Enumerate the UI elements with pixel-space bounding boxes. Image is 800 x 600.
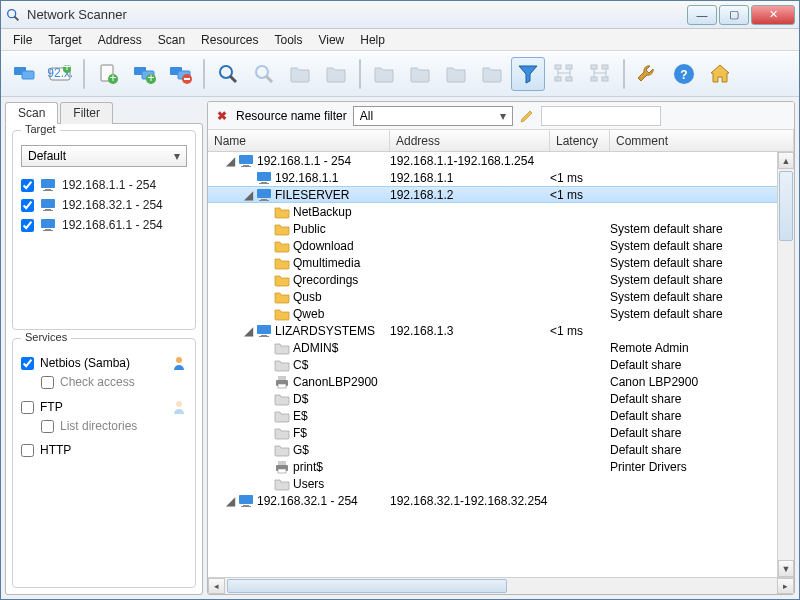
- tree-row[interactable]: NetBackup: [208, 203, 777, 220]
- row-comment: Remote Admin: [610, 341, 777, 355]
- target-range[interactable]: 192.168.1.1 - 254: [21, 175, 187, 195]
- twisty-icon[interactable]: ◢: [225, 154, 235, 168]
- target-range[interactable]: 192.168.32.1 - 254: [21, 195, 187, 215]
- tool-remove-target[interactable]: [163, 57, 197, 91]
- scroll-right-button[interactable]: ▸: [777, 578, 794, 594]
- scroll-down-button[interactable]: ▼: [778, 560, 794, 577]
- menu-view[interactable]: View: [310, 30, 352, 50]
- tree-row[interactable]: Qrecordings System default share: [208, 271, 777, 288]
- gfolder-icon: [274, 425, 290, 441]
- tree-row[interactable]: ADMIN$ Remote Admin: [208, 339, 777, 356]
- service-sub-item[interactable]: Check access: [21, 373, 187, 391]
- service-item[interactable]: FTP: [21, 397, 187, 417]
- service-checkbox[interactable]: [21, 357, 34, 370]
- service-item[interactable]: Netbios (Samba): [21, 353, 187, 373]
- service-checkbox[interactable]: [21, 401, 34, 414]
- tool-settings[interactable]: [631, 57, 665, 91]
- tree-row[interactable]: print$ Printer Drivers: [208, 458, 777, 475]
- scroll-left-button[interactable]: ◂: [208, 578, 225, 594]
- content-area: Scan Filter Target Default 192.168.1.1 -…: [1, 97, 799, 599]
- col-name[interactable]: Name: [208, 130, 390, 151]
- tool-folder-4: [403, 57, 437, 91]
- menu-resources[interactable]: Resources: [193, 30, 266, 50]
- range-checkbox[interactable]: [21, 199, 34, 212]
- col-comment[interactable]: Comment: [610, 130, 794, 151]
- maximize-button[interactable]: ▢: [719, 5, 749, 25]
- scroll-thumb-h[interactable]: [227, 579, 507, 593]
- scroll-up-button[interactable]: ▲: [778, 152, 794, 169]
- tree-row[interactable]: Qweb System default share: [208, 305, 777, 322]
- tool-tree-1: [547, 57, 581, 91]
- tree-row[interactable]: Qmultimedia System default share: [208, 254, 777, 271]
- titlebar[interactable]: Network Scanner — ▢ ✕: [1, 1, 799, 29]
- service-sub-checkbox[interactable]: [41, 376, 54, 389]
- row-address: 192.168.1.1: [390, 171, 550, 185]
- tree-row[interactable]: G$ Default share: [208, 441, 777, 458]
- tree-row[interactable]: CanonLBP2900 Canon LBP2900: [208, 373, 777, 390]
- tool-home[interactable]: [703, 57, 737, 91]
- row-comment: Default share: [610, 426, 777, 440]
- range-checkbox[interactable]: [21, 219, 34, 232]
- tree-row[interactable]: ◢ 192.168.1.1 - 254 192.168.1.1-192.168.…: [208, 152, 777, 169]
- gfolder-icon: [274, 408, 290, 424]
- tool-add-target[interactable]: [127, 57, 161, 91]
- tree-row[interactable]: ◢ 192.168.32.1 - 254 192.168.32.1-192.16…: [208, 492, 777, 509]
- tree-row[interactable]: E$ Default share: [208, 407, 777, 424]
- target-range[interactable]: 192.168.61.1 - 254: [21, 215, 187, 235]
- tree-row[interactable]: 192.168.1.1 192.168.1.1 <1 ms: [208, 169, 777, 186]
- twisty-icon[interactable]: ◢: [243, 188, 253, 202]
- filter-text-input[interactable]: [541, 106, 661, 126]
- row-comment: System default share: [610, 222, 777, 236]
- tool-add-ip[interactable]: [43, 57, 77, 91]
- tree-row[interactable]: D$ Default share: [208, 390, 777, 407]
- folder-icon: [274, 289, 290, 305]
- tool-add-monitors[interactable]: [7, 57, 41, 91]
- menu-scan[interactable]: Scan: [150, 30, 193, 50]
- gfolder-icon: [274, 476, 290, 492]
- tree-row[interactable]: ◢ FILESERVER 192.168.1.2 <1 ms: [208, 186, 777, 203]
- minimize-button[interactable]: —: [687, 5, 717, 25]
- menu-address[interactable]: Address: [90, 30, 150, 50]
- twisty-icon[interactable]: ◢: [243, 324, 253, 338]
- tool-filter[interactable]: [511, 57, 545, 91]
- scrollbar-vertical[interactable]: ▲ ▼: [777, 152, 794, 577]
- tool-scan[interactable]: [211, 57, 245, 91]
- menu-target[interactable]: Target: [40, 30, 89, 50]
- tree-row[interactable]: Public System default share: [208, 220, 777, 237]
- row-name: CanonLBP2900: [293, 375, 378, 389]
- tool-help[interactable]: [667, 57, 701, 91]
- range-checkbox[interactable]: [21, 179, 34, 192]
- service-item[interactable]: HTTP: [21, 441, 187, 459]
- results-grid[interactable]: ◢ 192.168.1.1 - 254 192.168.1.1-192.168.…: [208, 152, 794, 577]
- close-button[interactable]: ✕: [751, 5, 795, 25]
- tree-row[interactable]: Qdownload System default share: [208, 237, 777, 254]
- toolbar-separator: [359, 59, 361, 89]
- gfolder-icon: [274, 357, 290, 373]
- tree-row[interactable]: ◢ LIZARDSYSTEMS 192.168.1.3 <1 ms: [208, 322, 777, 339]
- tree-row[interactable]: C$ Default share: [208, 356, 777, 373]
- row-name: Users: [293, 477, 324, 491]
- menu-file[interactable]: File: [5, 30, 40, 50]
- service-label: FTP: [40, 400, 63, 414]
- service-sub-item[interactable]: List directories: [21, 417, 187, 435]
- target-combo[interactable]: Default: [21, 145, 187, 167]
- tool-new-doc[interactable]: [91, 57, 125, 91]
- service-sub-checkbox[interactable]: [41, 420, 54, 433]
- tree-row[interactable]: Qusb System default share: [208, 288, 777, 305]
- col-latency[interactable]: Latency: [550, 130, 610, 151]
- col-address[interactable]: Address: [390, 130, 550, 151]
- twisty-icon[interactable]: ◢: [225, 494, 235, 508]
- filter-combo[interactable]: All: [353, 106, 513, 126]
- clear-filter-icon[interactable]: ✖: [214, 108, 230, 124]
- menu-tools[interactable]: Tools: [266, 30, 310, 50]
- scrollbar-horizontal[interactable]: ◂ ▸: [208, 577, 794, 594]
- tab-filter[interactable]: Filter: [60, 102, 113, 124]
- scroll-thumb-v[interactable]: [779, 171, 793, 241]
- tree-row[interactable]: Users: [208, 475, 777, 492]
- menu-help[interactable]: Help: [352, 30, 393, 50]
- edit-filter-icon[interactable]: [519, 108, 535, 124]
- tab-scan[interactable]: Scan: [5, 102, 58, 124]
- row-name: F$: [293, 426, 307, 440]
- service-checkbox[interactable]: [21, 444, 34, 457]
- tree-row[interactable]: F$ Default share: [208, 424, 777, 441]
